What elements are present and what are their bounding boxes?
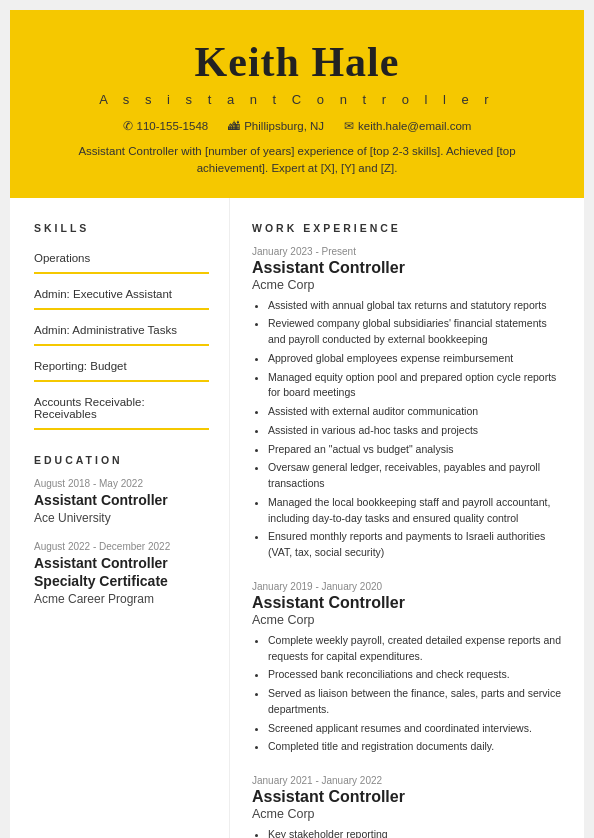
bullet-item: Approved global employees expense reimbu… <box>268 351 562 367</box>
edu-degree-1: Assistant Controller Specialty Certifica… <box>34 554 209 590</box>
skill-item: Admin: Executive Assistant <box>34 282 209 310</box>
phone-item: ✆ 110-155-1548 <box>123 119 209 133</box>
work-bullets-2: Key stakeholder reporting Financial anal… <box>252 827 562 838</box>
bullet-item: Completed title and registration documen… <box>268 739 562 755</box>
resume-container: Keith Hale A s s i s t a n t C o n t r o… <box>10 10 584 838</box>
bullet-item: Oversaw general ledger, receivables, pay… <box>268 460 562 492</box>
work-entry-2: January 2021 - January 2022 Assistant Co… <box>252 775 562 838</box>
skills-list: Operations Admin: Executive Assistant Ad… <box>34 246 209 430</box>
edu-institution-1: Acme Career Program <box>34 592 209 606</box>
work-bullets-1: Complete weekly payroll, created detaile… <box>252 633 562 755</box>
location-icon: 🏙 <box>228 120 240 132</box>
skill-item: Operations <box>34 246 209 274</box>
work-experience-title: WORK EXPERIENCE <box>252 222 562 234</box>
work-company-0: Acme Corp <box>252 278 562 292</box>
education-entry-1: August 2022 - December 2022 Assistant Co… <box>34 541 209 606</box>
skill-item: Admin: Administrative Tasks <box>34 318 209 346</box>
body-section: SKILLS Operations Admin: Executive Assis… <box>10 198 584 839</box>
email-address: keith.hale@email.com <box>358 120 471 132</box>
work-title-0: Assistant Controller <box>252 259 562 277</box>
bullet-item: Ensured monthly reports and payments to … <box>268 529 562 561</box>
email-item: ✉ keith.hale@email.com <box>344 119 471 133</box>
education-section: EDUCATION August 2018 - May 2022 Assista… <box>34 454 209 607</box>
work-entry-1: January 2019 - January 2020 Assistant Co… <box>252 581 562 755</box>
bullet-item: Managed equity option pool and prepared … <box>268 370 562 402</box>
location-text: Phillipsburg, NJ <box>244 120 324 132</box>
bullet-item: Complete weekly payroll, created detaile… <box>268 633 562 665</box>
bullet-item: Assisted with annual global tax returns … <box>268 298 562 314</box>
work-title-2: Assistant Controller <box>252 788 562 806</box>
bullet-item: Reviewed company global subsidiaries' fi… <box>268 316 562 348</box>
bullet-item: Processed bank reconciliations and check… <box>268 667 562 683</box>
summary-text: Assistant Controller with [number of yea… <box>47 143 547 178</box>
education-entry-0: August 2018 - May 2022 Assistant Control… <box>34 478 209 525</box>
work-date-0: January 2023 - Present <box>252 246 562 257</box>
bullet-item: Key stakeholder reporting <box>268 827 562 838</box>
work-date-2: January 2021 - January 2022 <box>252 775 562 786</box>
bullet-item: Screened applicant resumes and coordinat… <box>268 721 562 737</box>
header-section: Keith Hale A s s i s t a n t C o n t r o… <box>10 10 584 198</box>
work-company-2: Acme Corp <box>252 807 562 821</box>
candidate-name: Keith Hale <box>40 38 554 86</box>
phone-icon: ✆ <box>123 119 133 133</box>
bullet-item: Served as liaison between the finance, s… <box>268 686 562 718</box>
skill-item: Accounts Receivable: Receivables <box>34 390 209 430</box>
contact-info: ✆ 110-155-1548 🏙 Phillipsburg, NJ ✉ keit… <box>40 119 554 133</box>
edu-institution-0: Ace University <box>34 511 209 525</box>
email-icon: ✉ <box>344 119 354 133</box>
phone-number: 110-155-1548 <box>137 120 209 132</box>
edu-date-1: August 2022 - December 2022 <box>34 541 209 552</box>
bullet-item: Assisted in various ad-hoc tasks and pro… <box>268 423 562 439</box>
skills-title: SKILLS <box>34 222 209 234</box>
work-date-1: January 2019 - January 2020 <box>252 581 562 592</box>
education-title: EDUCATION <box>34 454 209 466</box>
bullet-item: Assisted with external auditor communica… <box>268 404 562 420</box>
location-item: 🏙 Phillipsburg, NJ <box>228 119 324 133</box>
bullet-item: Prepared an "actual vs budget" analysis <box>268 442 562 458</box>
bullet-item: Managed the local bookkeeping staff and … <box>268 495 562 527</box>
left-column: SKILLS Operations Admin: Executive Assis… <box>10 198 230 839</box>
candidate-title: A s s i s t a n t C o n t r o l l e r <box>40 92 554 107</box>
edu-degree-0: Assistant Controller <box>34 491 209 509</box>
skills-section: SKILLS Operations Admin: Executive Assis… <box>34 222 209 430</box>
work-entry-0: January 2023 - Present Assistant Control… <box>252 246 562 561</box>
work-title-1: Assistant Controller <box>252 594 562 612</box>
edu-date-0: August 2018 - May 2022 <box>34 478 209 489</box>
work-bullets-0: Assisted with annual global tax returns … <box>252 298 562 561</box>
work-company-1: Acme Corp <box>252 613 562 627</box>
skill-item: Reporting: Budget <box>34 354 209 382</box>
right-column: WORK EXPERIENCE January 2023 - Present A… <box>230 198 584 839</box>
